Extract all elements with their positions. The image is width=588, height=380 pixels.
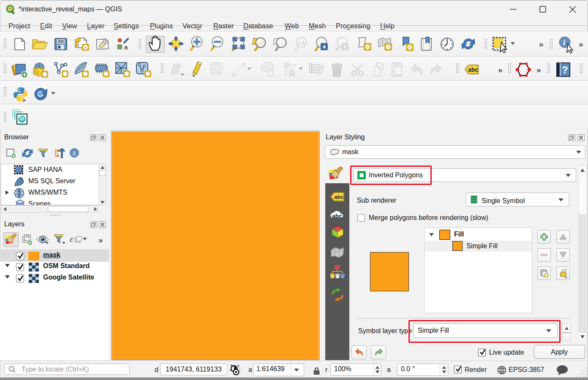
svg-text:ε: ε bbox=[70, 234, 74, 244]
svg-text:a: a bbox=[124, 43, 128, 50]
svg-text:abc: abc bbox=[332, 213, 342, 220]
svg-text:?: ? bbox=[562, 64, 568, 76]
svg-text:>: > bbox=[22, 97, 26, 102]
svg-text:abc: abc bbox=[468, 66, 478, 73]
svg-text:i: i bbox=[563, 38, 566, 47]
svg-text:1:1: 1:1 bbox=[298, 40, 305, 45]
svg-text:abc: abc bbox=[334, 194, 343, 200]
